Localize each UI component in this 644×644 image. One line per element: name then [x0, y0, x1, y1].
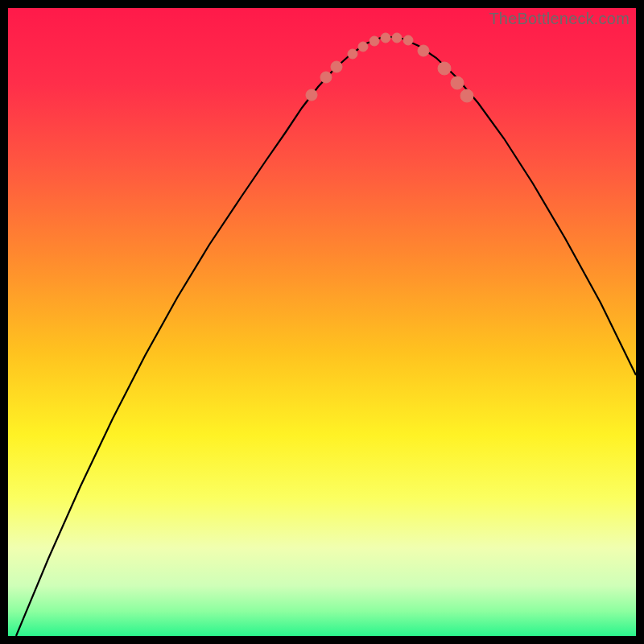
highlight-marker	[392, 33, 402, 43]
left-curve	[16, 36, 385, 636]
plot-svg	[8, 8, 636, 636]
highlight-marker	[358, 42, 368, 52]
highlight-marker	[381, 33, 390, 43]
highlight-marker	[306, 89, 317, 101]
watermark-text: TheBottleneck.com	[489, 10, 630, 28]
highlight-marker	[438, 62, 451, 75]
highlight-marker	[460, 89, 473, 102]
highlight-marker	[320, 72, 332, 83]
highlight-marker	[451, 76, 464, 89]
chart-frame: TheBottleneck.com	[8, 8, 636, 636]
highlight-marker	[369, 36, 379, 46]
highlight-marker	[331, 61, 342, 72]
highlight-marker	[348, 49, 357, 59]
highlight-marker	[418, 45, 429, 56]
highlight-marker	[403, 35, 413, 45]
right-curve	[385, 36, 636, 375]
marker-group	[306, 33, 473, 102]
